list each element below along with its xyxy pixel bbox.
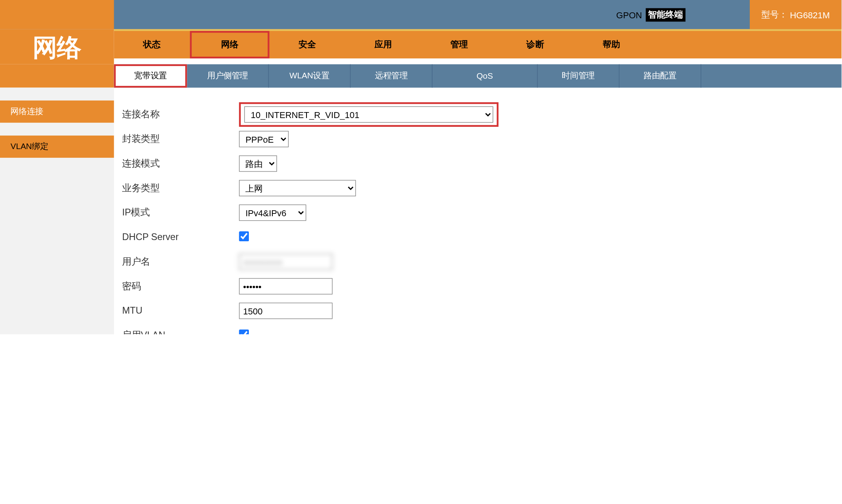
label-encap: 封装类型 <box>122 133 239 145</box>
select-conn-mode[interactable]: 路由 <box>239 155 277 172</box>
subtab-qos[interactable]: QoS <box>433 64 538 88</box>
main-tabs: 状态 网络 安全 应用 管理 诊断 帮助 <box>114 29 842 59</box>
page-title: 网络 <box>0 29 114 64</box>
select-biz-type[interactable]: 上网 <box>239 180 356 196</box>
input-username[interactable] <box>239 254 332 270</box>
select-ip-mode[interactable]: IPv4&IPv6 <box>239 205 306 221</box>
checkbox-vlan-enable[interactable] <box>239 330 249 334</box>
device-cn: 智能终端 <box>646 8 685 21</box>
content: 连接名称 10_INTERNET_R_VID_101 封装类型 PPPoE 连接… <box>114 88 842 335</box>
label-mtu: MTU <box>122 306 239 316</box>
label-password: 密码 <box>122 280 239 293</box>
label-conn-name: 连接名称 <box>122 109 239 121</box>
highlight-conn-name: 10_INTERNET_R_VID_101 <box>239 102 499 127</box>
label-ip-mode: IP模式 <box>122 207 239 219</box>
tab-security[interactable]: 安全 <box>270 31 345 58</box>
tab-diag[interactable]: 诊断 <box>497 31 573 58</box>
model-label: 型号： <box>761 9 788 20</box>
subtab-time[interactable]: 时间管理 <box>537 64 619 88</box>
subtab-remote[interactable]: 远程管理 <box>351 64 433 88</box>
subtab-wlan[interactable]: WLAN设置 <box>269 64 351 88</box>
model-box: 型号： HG6821M <box>749 0 841 29</box>
sub-tabs: 宽带设置 用户侧管理 WLAN设置 远程管理 QoS 时间管理 路由配置 <box>114 64 842 88</box>
label-biz-type: 业务类型 <box>122 182 239 194</box>
logo-strip <box>0 0 114 29</box>
checkbox-dhcp[interactable] <box>239 231 249 241</box>
input-password[interactable] <box>239 278 332 295</box>
input-mtu[interactable] <box>239 302 332 319</box>
tab-manage[interactable]: 管理 <box>421 31 497 58</box>
subtab-wan[interactable]: 宽带设置 <box>114 64 187 88</box>
label-username: 用户名 <box>122 256 239 268</box>
device-prefix: GPON <box>613 10 646 19</box>
tab-app[interactable]: 应用 <box>345 31 421 58</box>
sidebar-item-conn[interactable]: 网络连接 <box>0 101 114 123</box>
label-vlan-enable: 启用VLAN <box>122 329 239 334</box>
subtab-route[interactable]: 路由配置 <box>619 64 701 88</box>
select-conn-name[interactable]: 10_INTERNET_R_VID_101 <box>244 107 493 123</box>
label-dhcp: DHCP Server <box>122 232 239 242</box>
tab-status[interactable]: 状态 <box>114 31 190 58</box>
sub-left <box>0 64 114 88</box>
tab-network[interactable]: 网络 <box>190 31 270 58</box>
select-encap[interactable]: PPPoE <box>239 131 289 147</box>
subtab-lan[interactable]: 用户侧管理 <box>187 64 269 88</box>
sidebar-item-vlan[interactable]: VLAN绑定 <box>0 136 114 158</box>
header-bar: GPON智能终端 型号： HG6821M <box>0 0 842 29</box>
sidebar: 网络连接 VLAN绑定 <box>0 88 114 335</box>
model-value: HG6821M <box>790 10 830 19</box>
tab-help[interactable]: 帮助 <box>573 31 649 58</box>
device-info: GPON智能终端 型号： HG6821M <box>613 0 842 29</box>
label-conn-mode: 连接模式 <box>122 157 239 170</box>
